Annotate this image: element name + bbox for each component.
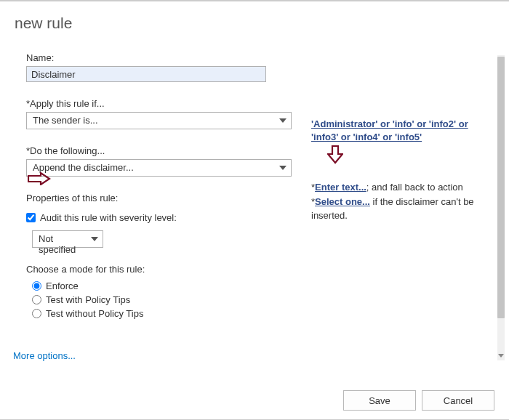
- do-select-value: Append the disclaimer...: [33, 162, 134, 173]
- svg-marker-0: [279, 118, 286, 123]
- chevron-down-icon: [279, 118, 286, 123]
- mode-notips-radio[interactable]: [32, 309, 41, 318]
- chevron-down-icon: [279, 166, 286, 170]
- arrow-down-icon: [327, 145, 343, 164]
- audit-checkbox[interactable]: [26, 213, 36, 222]
- audit-label: Audit this rule with severity level:: [40, 212, 177, 223]
- more-options-link[interactable]: More options...: [13, 350, 76, 361]
- do-select[interactable]: Append the disclaimer...: [26, 159, 292, 177]
- action-text: *Enter text...; and fall back to action …: [311, 180, 489, 223]
- properties-label: Properties of this rule:: [26, 193, 295, 203]
- mode-radio-group: Enforce Test with Policy Tips Test witho…: [32, 280, 295, 319]
- mode-enforce-row: Enforce: [32, 280, 295, 291]
- mode-notips-label: Test without Policy Tips: [46, 308, 143, 319]
- dialog-title: new rule: [15, 15, 509, 32]
- select-one-link[interactable]: Select one...: [315, 196, 370, 207]
- mode-notips-row: Test without Policy Tips: [32, 308, 295, 319]
- mode-tips-radio[interactable]: [32, 295, 41, 304]
- svg-marker-1: [279, 166, 286, 170]
- mode-section: Choose a mode for this rule: Enforce Tes…: [26, 264, 295, 319]
- mode-tips-row: Test with Policy Tips: [32, 294, 295, 305]
- scrollbar[interactable]: [497, 55, 505, 360]
- name-section: Name:: [26, 52, 295, 82]
- content: Name: *Apply this rule if... The sender …: [0, 52, 496, 376]
- apply-label: *Apply this rule if...: [26, 98, 295, 109]
- apply-select[interactable]: The sender is...: [26, 112, 292, 129]
- arrow-right-icon: [28, 172, 51, 187]
- right-column: 'Administrator' or 'info' or 'info2' or …: [311, 118, 489, 223]
- enter-text-link[interactable]: Enter text...: [315, 182, 366, 193]
- dialog-footer: Save Cancel: [343, 390, 494, 411]
- svg-marker-3: [498, 354, 504, 358]
- dialog-header: new rule: [0, 1, 509, 32]
- severity-value: Not specified: [39, 233, 76, 255]
- name-input[interactable]: [26, 66, 266, 82]
- chevron-down-icon: [91, 237, 98, 241]
- audit-row: Audit this rule with severity level:: [26, 212, 295, 223]
- do-label: *Do the following...: [26, 145, 295, 156]
- properties-section: Properties of this rule: Audit this rule…: [26, 193, 295, 248]
- mode-enforce-label: Enforce: [46, 280, 79, 291]
- chevron-down-icon[interactable]: [498, 350, 504, 360]
- mode-enforce-radio[interactable]: [32, 281, 41, 291]
- apply-section: *Apply this rule if... The sender is...: [26, 98, 295, 129]
- name-label: Name:: [26, 52, 295, 63]
- scrollbar-thumb[interactable]: [497, 57, 505, 318]
- mode-tips-label: Test with Policy Tips: [46, 294, 130, 305]
- sender-list-link[interactable]: 'Administrator' or 'info' or 'info2' or …: [311, 118, 468, 142]
- left-column: Name: *Apply this rule if... The sender …: [26, 52, 295, 335]
- save-button[interactable]: Save: [343, 390, 416, 411]
- do-section: *Do the following... Append the disclaim…: [26, 145, 295, 177]
- severity-select[interactable]: Not specified: [32, 230, 103, 248]
- cancel-button[interactable]: Cancel: [422, 390, 494, 411]
- svg-marker-2: [91, 237, 98, 241]
- apply-select-value: The sender is...: [33, 115, 98, 126]
- mode-label: Choose a mode for this rule:: [26, 264, 295, 275]
